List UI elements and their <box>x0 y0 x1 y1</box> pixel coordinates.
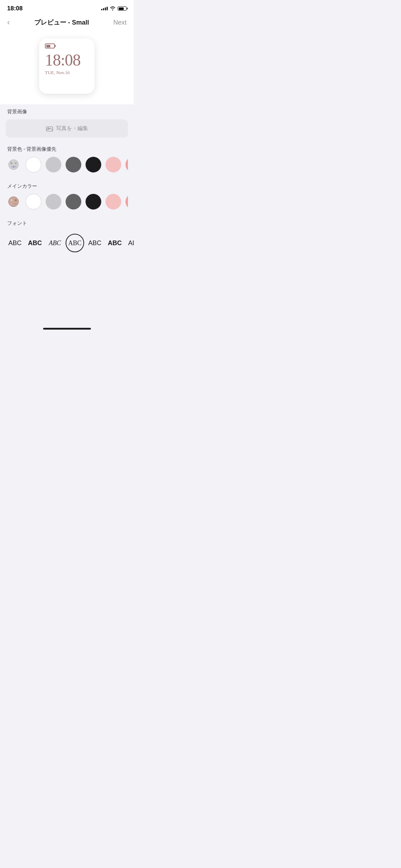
preview-section: 18:08 TUE, Nov.16 <box>0 31 134 104</box>
main-color-palette-button[interactable] <box>6 194 21 210</box>
font-italic[interactable]: ABC <box>46 234 64 252</box>
main-color-row <box>6 194 128 210</box>
bg-color-section <box>0 155 134 179</box>
bg-color-lightpink2[interactable] <box>125 157 128 172</box>
bg-color-palette-button[interactable] <box>6 157 21 172</box>
nav-bar: ‹ プレビュー - Small Next <box>0 14 134 31</box>
svg-point-13 <box>15 203 16 205</box>
bg-image-button-label: 写真を・編集 <box>56 125 88 132</box>
font-thin[interactable]: ABC <box>6 234 24 252</box>
svg-point-10 <box>15 199 17 201</box>
bg-color-lightpink1[interactable] <box>106 157 121 172</box>
battery-status-icon <box>118 6 127 11</box>
bg-image-header: 背景画像 <box>0 104 134 118</box>
font-section: ABC ABC ABC ABC ABC ABC ABC 🔤 <box>0 229 134 261</box>
main-color-lightpink1[interactable] <box>106 194 121 210</box>
spacer <box>0 261 134 325</box>
bg-image-button[interactable]: 写真を・編集 <box>6 119 128 138</box>
bg-image-section: 写真を・編集 <box>0 118 134 142</box>
status-bar: 18:08 <box>0 0 134 14</box>
svg-point-8 <box>9 197 19 207</box>
svg-point-3 <box>10 162 12 164</box>
bg-color-row <box>6 157 128 173</box>
widget-battery-icon <box>45 43 55 48</box>
font-header: フォント <box>0 216 134 229</box>
back-button[interactable]: ‹ <box>7 18 10 27</box>
main-color-lightgray[interactable] <box>46 194 61 210</box>
bg-color-gray[interactable] <box>66 157 81 172</box>
widget-time: 18:08 <box>45 52 81 68</box>
bg-color-header: 背景色 - 背景画像優先 <box>0 142 134 155</box>
font-normal[interactable]: ABC <box>125 234 134 252</box>
bg-color-white[interactable] <box>26 157 41 172</box>
svg-point-2 <box>9 160 19 170</box>
page-title: プレビュー - Small <box>34 18 89 27</box>
status-icons <box>101 6 127 11</box>
main-color-black[interactable] <box>86 194 101 210</box>
font-heavy[interactable]: ABC <box>106 234 124 252</box>
main-color-gray[interactable] <box>66 194 81 210</box>
widget-date: TUE, Nov.16 <box>45 70 70 76</box>
svg-point-5 <box>12 166 15 168</box>
photo-icon <box>46 126 53 131</box>
svg-point-9 <box>10 199 12 201</box>
wifi-icon <box>110 6 115 11</box>
home-indicator <box>0 325 134 333</box>
font-light[interactable]: ABC <box>86 234 104 252</box>
svg-point-12 <box>11 203 12 205</box>
svg-point-7 <box>15 166 16 167</box>
bg-color-lightgray[interactable] <box>46 157 61 172</box>
main-color-lightpink2[interactable] <box>125 194 128 210</box>
svg-point-6 <box>11 166 12 167</box>
home-bar <box>43 328 91 330</box>
main-color-white[interactable] <box>26 194 41 210</box>
next-button[interactable]: Next <box>113 19 127 26</box>
svg-point-11 <box>12 203 15 205</box>
font-row: ABC ABC ABC ABC ABC ABC ABC 🔤 <box>0 231 134 255</box>
main-color-section <box>0 192 134 216</box>
status-time: 18:08 <box>7 5 22 12</box>
font-serif-selected[interactable]: ABC <box>66 234 84 252</box>
main-color-header: メインカラー <box>0 179 134 192</box>
bg-color-black[interactable] <box>86 157 101 172</box>
widget-card: 18:08 TUE, Nov.16 <box>39 38 94 94</box>
font-bold[interactable]: ABC <box>26 234 44 252</box>
svg-point-4 <box>15 162 17 164</box>
signal-icon <box>101 7 108 10</box>
